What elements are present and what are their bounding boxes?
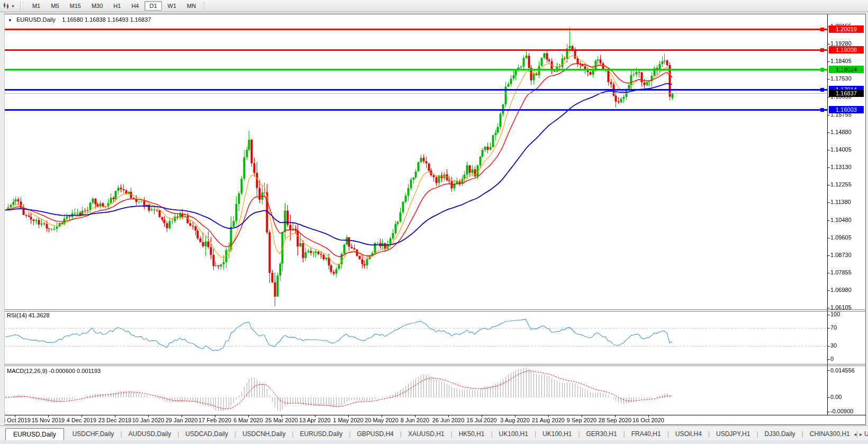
macd-axis-label: 0.014556 (830, 367, 855, 374)
timeframe-toolbar: M1M5M15M30H1H4D1W1MN (27, 1, 201, 11)
date-axis-label: 20 May 2020 (365, 417, 399, 423)
chart-ohlc-values: 1.16580 1.16838 1.16493 1.16837 (62, 16, 151, 23)
price-axis-tick: 1.07855 (830, 269, 852, 276)
timeframe-button-h4[interactable]: H4 (126, 1, 143, 11)
date-axis-label: 26 Jun 2020 (432, 417, 465, 423)
symbol-tab-usdcnh-daily[interactable]: USDCNH,Daily (236, 428, 292, 440)
chart-dropdown-icon[interactable]: ▼ (8, 18, 12, 23)
hline-end-handle[interactable] (820, 28, 824, 31)
rsi-axis-label: 30 (830, 342, 837, 349)
timeframe-button-d1[interactable]: D1 (144, 1, 161, 11)
chart-title: ▼ EURUSD,Daily 1.16580 1.16838 1.16493 1… (8, 16, 151, 23)
price-axis-tick: 1.06980 (830, 287, 852, 293)
rsi-axis-label: 100 (830, 311, 840, 317)
rsi-value: 41.3628 (29, 312, 50, 318)
symbol-tab-eurusd-daily[interactable]: EURUSD,Daily (294, 428, 349, 440)
top-toolbar: ▼ M1M5M15M30H1H4D1W1MN (0, 0, 868, 12)
rsi-axis-label: 70 (830, 324, 837, 331)
date-axis-label: 10 Jan 2020 (132, 417, 165, 423)
horizontal-line-object[interactable] (5, 109, 827, 111)
chart-window[interactable]: ▼ EURUSD,Daily 1.16580 1.16838 1.16493 1… (4, 14, 866, 425)
price-axis-tick: 1.09605 (830, 234, 852, 241)
hline-end-handle[interactable] (820, 48, 824, 52)
timeframe-button-m15[interactable]: M15 (65, 1, 86, 11)
date-axis-label: 25 Mar 2020 (265, 417, 298, 423)
horizontal-line-object[interactable] (5, 69, 827, 70)
price-level-badge: 1.20019 (829, 25, 864, 33)
price-level-badge: 1.16003 (829, 106, 864, 113)
symbol-tab-hk50-h1[interactable]: HK50,H1 (453, 428, 491, 440)
price-level-badge: 1.19008 (829, 46, 864, 54)
rsi-axis-label: 0 (830, 356, 834, 362)
tab-scroll-arrows: ◂▸ (854, 431, 865, 437)
date-axis-label: 15 Jul 2020 (467, 417, 497, 423)
date-axis-label: 6 Mar 2020 (233, 417, 263, 423)
status-strip (0, 440, 868, 444)
price-axis-tick: 1.12255 (830, 181, 852, 188)
timeframe-button-w1[interactable]: W1 (163, 1, 182, 11)
date-axis-label: 13 Apr 2020 (299, 417, 330, 423)
date-axis-label: 17 Feb 2020 (198, 417, 231, 423)
symbol-tab-ger30-h1[interactable]: GER30,H1 (580, 428, 623, 440)
horizontal-line-object[interactable] (5, 29, 827, 30)
macd-axis-label: -0.00900 (830, 408, 853, 414)
hline-end-handle[interactable] (820, 88, 824, 92)
price-axis-tick: 1.17530 (830, 75, 852, 82)
date-axis-label: 23 Dec 2019 (98, 417, 131, 423)
chart-symbol: EURUSD,Daily (16, 16, 56, 23)
current-price-badge: 1.16837 (829, 90, 864, 97)
price-axis-tick: 1.14880 (830, 129, 852, 135)
date-axis-label: 1 May 2020 (333, 417, 363, 423)
symbol-tab-usdjpy-h1[interactable]: USDJPY,H1 (710, 428, 756, 440)
hline-end-handle[interactable] (820, 108, 824, 112)
symbol-tab-uk100-h1[interactable]: UK100,H1 (536, 428, 578, 440)
toolbar-gripper[interactable] (20, 2, 23, 10)
symbol-tab-usdchf-daily[interactable]: USDCHF,Daily (66, 428, 121, 440)
macd-title: MACD(12,26,9) -0.000600 0.001193 (7, 368, 101, 374)
hline-end-handle[interactable] (820, 68, 824, 72)
date-axis-label: 29 Jan 2020 (166, 417, 198, 423)
symbol-tab-usoil-h4[interactable]: USOil,H4 (669, 428, 708, 440)
timeframe-button-m1[interactable]: M1 (28, 1, 45, 11)
date-axis-label: 9 Sep 2020 (567, 417, 596, 423)
symbol-tab-dj30-daily[interactable]: DJ30,Daily (758, 428, 802, 440)
window-left-edge (0, 12, 5, 440)
macd-axis-label: 0.00 (830, 394, 842, 400)
symbol-tab-fra40-h1[interactable]: FRA40,H1 (625, 428, 667, 440)
price-chart-canvas[interactable] (4, 14, 866, 425)
date-axis-label: 15 Nov 2019 (32, 417, 65, 423)
price-axis-tick: 1.13130 (830, 164, 852, 170)
tab-scroll-left-icon[interactable]: ◂ (854, 431, 860, 437)
symbol-tab-gbpusd-h4[interactable]: GBPUSD,H4 (350, 428, 400, 440)
bid-price-line (5, 93, 827, 94)
price-axis-tick: 1.10480 (830, 217, 852, 223)
macd-values: -0.000600 0.001193 (49, 368, 101, 374)
price-axis-tick: 1.11380 (830, 199, 851, 205)
charts-toolbar-icon[interactable] (2, 2, 11, 10)
date-axis-label: 16 Oct 2020 (632, 417, 664, 423)
tab-scroll-right-icon[interactable]: ▸ (860, 431, 865, 437)
symbol-tab-china300-h1[interactable]: CHINA300,H1 (803, 428, 856, 440)
price-axis-tick: 1.14005 (830, 146, 852, 153)
price-axis-tick: 1.18405 (830, 58, 852, 64)
timeframe-button-m30[interactable]: M30 (87, 1, 107, 11)
horizontal-line-object[interactable] (5, 89, 827, 91)
symbol-tab-eurusd-daily[interactable]: EURUSD,Daily (5, 428, 64, 440)
symbol-tab-audusd-daily[interactable]: AUDUSD,Daily (122, 428, 178, 440)
symbol-tab-uk100-h1[interactable]: UK100,H1 (493, 428, 535, 440)
timeframe-button-h1[interactable]: H1 (108, 1, 125, 11)
timeframe-button-mn[interactable]: MN (182, 1, 201, 11)
timeframe-button-m5[interactable]: M5 (46, 1, 64, 11)
rsi-title: RSI(14) 41.3628 (7, 312, 50, 318)
symbol-tab-usdcad-daily[interactable]: USDCAD,Daily (179, 428, 234, 440)
price-axis-tick: 1.06105 (830, 304, 852, 310)
date-axis-label: 28 Sep 2020 (599, 417, 631, 423)
horizontal-line-object[interactable] (5, 49, 827, 51)
date-axis-label: 4 Dec 2019 (67, 417, 96, 423)
toolbar-separator (204, 2, 204, 10)
date-axis-label: 8 Jun 2020 (401, 417, 429, 423)
symbol-tab-xauusd-h1[interactable]: XAUUSD,H1 (402, 428, 451, 440)
chevron-down-icon[interactable]: ▼ (11, 4, 15, 8)
price-axis-tick: 1.08730 (830, 252, 852, 258)
date-axis-label: 21 Aug 2020 (532, 417, 565, 423)
